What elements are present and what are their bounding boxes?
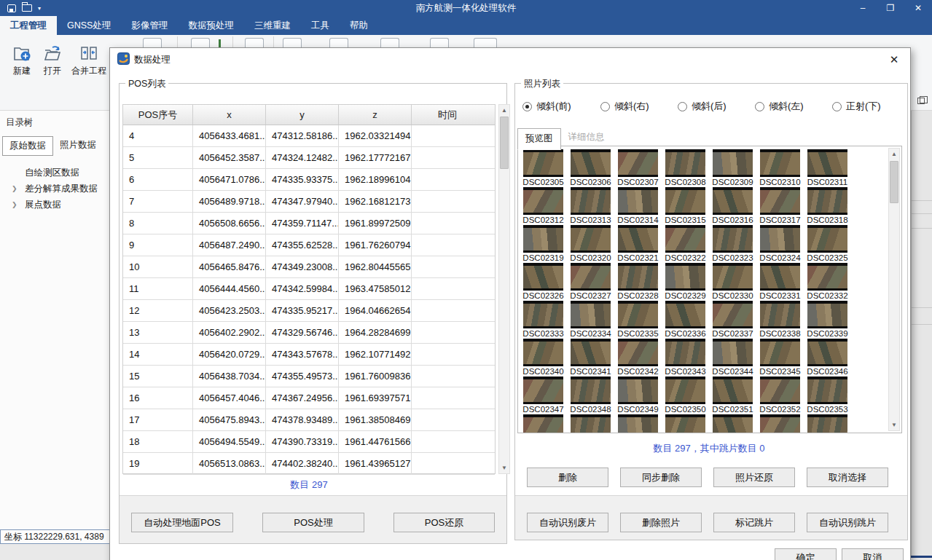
pos-table-scrollbar[interactable]: ▲ ▼ [498,104,510,474]
photo-item[interactable]: DSC02307 [614,149,662,187]
photo-item[interactable]: DSC02351 [709,376,756,414]
photo-item[interactable]: DSC02343 [662,339,709,376]
photo-item[interactable]: DSC02340 [520,339,567,376]
tree-item-1[interactable]: 自绘测区数据 [0,165,109,181]
photo-item[interactable]: DSC02348 [567,376,614,414]
menu-tab-4[interactable]: 数据预处理 [178,16,244,35]
pos-table-row[interactable]: 94056487.2490...474355.62528...1961.7626… [123,234,495,256]
photo-item[interactable]: DSC02330 [709,263,756,301]
photo-type-radio-4[interactable]: 倾斜(左) [755,100,804,113]
photo-item[interactable]: DSC02309 [709,149,756,187]
pos-table-row[interactable]: 184056494.5549...474390.73319...1961.447… [123,431,495,453]
photo-item[interactable]: DSC02325 [804,225,851,263]
menu-tab-5[interactable]: 三维重建 [244,16,301,35]
photo-item[interactable]: DSC02334 [567,301,614,339]
pos-table-row[interactable]: 154056438.7034...474355.49573...1961.760… [123,366,495,387]
pos-action-button-2[interactable]: POS处理 [262,513,364,532]
photo-item[interactable]: DSC02314 [614,187,662,225]
photo-item[interactable]: DSC02324 [756,225,804,263]
quick-access-dropdown-icon[interactable]: ▾ [38,5,41,12]
photo-footer-button-4[interactable]: 自动识别跳片 [807,513,888,532]
folder-icon[interactable] [22,4,32,12]
photo-item[interactable]: DSC02331 [756,263,804,301]
photo-item[interactable]: DSC02338 [756,301,804,339]
photo-item[interactable]: DSC02344 [709,339,756,376]
photo-item[interactable]: DSC02329 [662,263,709,301]
pos-table-row[interactable]: 64056471.0786...474335.93375...1962.1899… [123,169,495,191]
photo-item[interactable]: DSC02333 [520,301,567,339]
photo-footer-button-3[interactable]: 标记跳片 [713,513,795,532]
photo-item[interactable]: DSC02336 [662,301,709,339]
photo-item[interactable]: DSC02332 [804,263,851,301]
photo-item[interactable] [804,414,851,433]
scrollbar-thumb[interactable] [890,161,898,203]
photo-item[interactable]: DSC02318 [804,187,851,225]
sidebar-tab-photo-data[interactable]: 照片数据 [53,136,103,156]
scroll-up-icon[interactable]: ▲ [499,105,509,116]
maximize-button[interactable]: ❐ [877,0,904,16]
scroll-down-icon[interactable]: ▼ [499,462,509,473]
pos-column-header[interactable]: 时间 [412,105,483,125]
photo-item[interactable] [709,414,756,433]
menu-tab-2[interactable]: GNSS处理 [57,16,121,35]
photo-type-radio-2[interactable]: 倾斜(右) [600,100,649,113]
menu-tab-6[interactable]: 工具 [301,16,340,35]
photo-action-button-1[interactable]: 删除 [527,468,608,487]
photo-type-radio-3[interactable]: 倾斜(后) [678,100,727,113]
photo-item[interactable]: DSC02319 [520,225,567,263]
close-button[interactable]: ✕ [904,0,932,16]
photo-item[interactable]: DSC02323 [709,225,756,263]
photo-type-radio-5[interactable]: 正射(下) [832,100,881,113]
merge-project-button[interactable]: 合并工程 [70,44,108,77]
pos-table-row[interactable]: 124056423.2503...474335.95217...1964.046… [123,300,495,322]
photo-item[interactable] [520,414,567,433]
photo-item[interactable]: DSC02320 [567,225,614,263]
pos-action-button-1[interactable]: 自动处理地面POS [131,513,233,532]
float-panel-icon[interactable] [917,98,925,104]
dialog-footer-button-2[interactable]: 取消 [842,548,904,560]
chevron-right-icon[interactable]: ❯ [12,185,25,192]
photo-item[interactable]: DSC02337 [709,301,756,339]
dialog-close-icon[interactable]: ✕ [887,52,901,67]
photo-type-radio-1[interactable]: 倾斜(前) [522,100,571,113]
photo-item[interactable]: DSC02346 [804,339,851,376]
photo-item[interactable]: DSC02352 [756,376,804,414]
pos-column-header[interactable]: x [193,105,266,125]
pos-column-header[interactable]: y [266,105,339,125]
photo-item[interactable]: DSC02305 [520,149,567,187]
photo-item[interactable]: DSC02341 [567,339,614,376]
photo-item[interactable] [614,414,662,433]
photo-action-button-4[interactable]: 取消选择 [807,468,888,487]
scroll-up-icon[interactable]: ▲ [889,149,899,159]
photo-action-button-3[interactable]: 照片还原 [713,468,795,487]
tree-item-2[interactable]: ❯差分解算成果数据 [0,181,109,197]
menu-tab-1[interactable]: 工程管理 [0,16,57,35]
pos-table-row[interactable]: 84056508.6656...474359.71147...1961.8997… [123,213,495,234]
photo-item[interactable]: DSC02310 [756,149,804,187]
photo-item[interactable]: DSC02353 [804,376,851,414]
photo-item[interactable]: DSC02311 [804,149,851,187]
pos-table-row[interactable]: 74056489.9718...474347.97940...1962.1681… [123,191,495,213]
scrollbar-thumb[interactable] [500,117,509,169]
photo-item[interactable] [662,414,709,433]
photo-footer-button-2[interactable]: 删除照片 [620,513,702,532]
photo-item[interactable]: DSC02345 [756,339,804,376]
pos-table-row[interactable]: 144056420.0729...474343.57678...1962.107… [123,344,495,366]
pos-table-row[interactable]: 164056457.4046...474367.24956...1961.693… [123,387,495,409]
photo-item[interactable]: DSC02327 [567,263,614,301]
pos-column-header[interactable]: z [339,105,412,125]
photo-item[interactable]: DSC02342 [614,339,662,376]
photo-footer-button-1[interactable]: 自动识别废片 [527,513,608,532]
photo-item[interactable]: DSC02316 [709,187,756,225]
photo-item[interactable]: DSC02335 [614,301,662,339]
photo-item[interactable]: DSC02315 [662,187,709,225]
pos-table-row[interactable]: 54056452.3587...474324.12482...1962.1777… [123,147,495,169]
photo-item[interactable]: DSC02313 [567,187,614,225]
new-project-button[interactable]: 新建 [6,44,38,77]
dialog-titlebar[interactable]: 数据处理 ✕ [110,48,910,70]
menu-tab-3[interactable]: 影像管理 [121,16,178,35]
photo-item[interactable]: DSC02317 [756,187,804,225]
pos-table-row[interactable]: 114056444.4560...474342.59984...1963.475… [123,278,495,300]
photo-item[interactable]: DSC02328 [614,263,662,301]
menu-tab-7[interactable]: 帮助 [340,16,378,35]
